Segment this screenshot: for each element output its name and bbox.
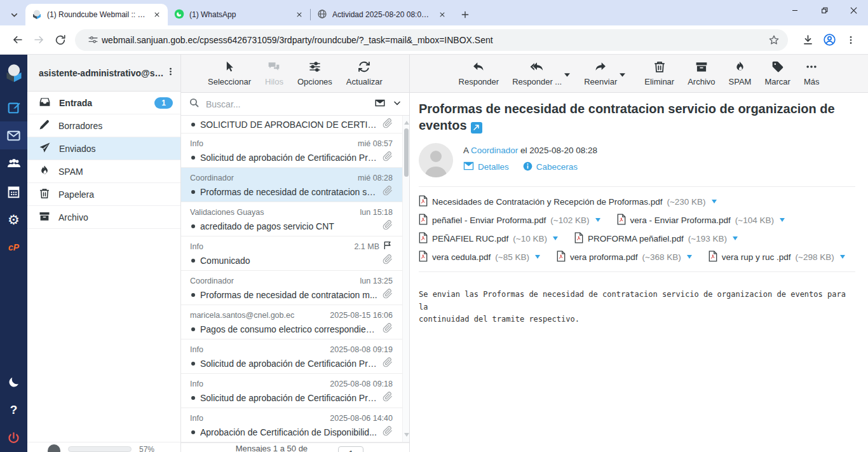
- quota-progress-bar: [68, 446, 132, 452]
- close-window-button[interactable]: [839, 0, 868, 20]
- attachment-menu-caret[interactable]: [595, 218, 600, 222]
- recipient-link[interactable]: Coordinador: [471, 146, 518, 155]
- threads-button[interactable]: Hilos: [261, 60, 287, 86]
- attachment-menu-caret[interactable]: [535, 255, 540, 259]
- help-icon[interactable]: ?: [0, 396, 27, 424]
- message-row[interactable]: maricela.santos@cnel.gob.ec2025-08-15 16…: [181, 305, 409, 339]
- bookmark-star-icon[interactable]: [765, 31, 783, 49]
- attachment-menu-caret[interactable]: [840, 255, 845, 259]
- cpanel-icon[interactable]: cP: [0, 233, 27, 261]
- forward-dropdown-caret[interactable]: [620, 69, 625, 79]
- select-button[interactable]: Seleccionar: [204, 60, 255, 86]
- tab-close-icon[interactable]: [151, 9, 163, 20]
- reload-button[interactable]: [50, 29, 71, 51]
- search-input[interactable]: [206, 99, 367, 109]
- attachment-menu-caret[interactable]: [733, 236, 738, 240]
- message-row[interactable]: Coordinadorlun 13:25 Proformas de necesi…: [181, 271, 409, 305]
- compose-icon[interactable]: [0, 93, 27, 121]
- new-tab-button[interactable]: [457, 6, 473, 23]
- attachment-chip[interactable]: vera proforma.pdf (~368 KB): [557, 250, 692, 264]
- pdf-file-icon: [419, 232, 428, 245]
- globe-favicon: [317, 9, 327, 21]
- dark-mode-moon-icon[interactable]: [0, 368, 27, 396]
- mark-button[interactable]: Marcar: [762, 60, 792, 86]
- reply-all-button[interactable]: Responder ...: [510, 60, 564, 86]
- folder-item-entrada[interactable]: Entrada 1: [27, 92, 180, 114]
- url-text[interactable]: webmail.sanjuan.gob.ec/cpsess6426731059/…: [102, 35, 765, 45]
- downloads-icon[interactable]: [797, 29, 818, 51]
- attachment-menu-caret[interactable]: [712, 200, 717, 203]
- browser-menu-kebab-icon[interactable]: [840, 29, 862, 51]
- forward-button[interactable]: Reenviar: [581, 60, 620, 86]
- list-scrollbar[interactable]: [402, 116, 409, 442]
- tab-whatsapp[interactable]: (1) WhatsApp: [168, 4, 310, 25]
- prev-page-icon[interactable]: ‹: [204, 449, 220, 452]
- headers-link[interactable]: Cabeceras: [523, 161, 578, 173]
- refresh-button[interactable]: Actualizar: [342, 60, 386, 86]
- attachment-chip[interactable]: PEÑAFIEL RUC.pdf (~10 KB): [419, 232, 558, 245]
- scroll-up-arrow[interactable]: [404, 121, 409, 125]
- attachment-chip[interactable]: Necesidades de Contratación y Recepción …: [419, 195, 717, 209]
- archive-button[interactable]: Archivo: [685, 60, 717, 86]
- attachment-menu-caret[interactable]: [780, 218, 785, 222]
- last-page-icon[interactable]: »: [393, 449, 409, 452]
- attachment-chip[interactable]: vera - Enviar Proforma.pdf (~104 KB): [617, 214, 785, 227]
- forward-button[interactable]: [28, 29, 50, 51]
- back-button[interactable]: [6, 29, 28, 51]
- attachment-menu-caret[interactable]: [553, 236, 558, 240]
- tab-close-icon[interactable]: [437, 9, 448, 20]
- message-row[interactable]: Info2025-08-06 14:40 Aprobación de Certi…: [181, 408, 409, 442]
- scroll-down-arrow[interactable]: [404, 433, 409, 437]
- message-row-selected[interactable]: Coordinadormié 08:28 Proformas de necesi…: [181, 168, 409, 202]
- tab-roundcube[interactable]: (1) Roundcube Webmail :: Envia: [25, 4, 168, 25]
- folder-item-spam[interactable]: SPAM: [27, 160, 180, 183]
- tab-close-icon[interactable]: [294, 9, 305, 20]
- delete-button[interactable]: Eliminar: [642, 60, 677, 86]
- more-button[interactable]: Más: [801, 60, 822, 86]
- attachment-chip[interactable]: vera rup y ruc .pdf (~298 KB): [709, 250, 845, 264]
- message-body: Se envian las Proformas de necesidad de …: [419, 289, 855, 326]
- folder-item-papelera[interactable]: Papelera: [27, 183, 180, 206]
- tab-search-chevron-icon[interactable]: [5, 4, 23, 25]
- message-row[interactable]: Info 2.1 MB Comunicado: [181, 236, 409, 271]
- reply-button[interactable]: Responder: [456, 60, 502, 86]
- calendar-icon[interactable]: [0, 177, 27, 205]
- reply-all-dropdown-caret[interactable]: [564, 69, 570, 79]
- page-number-input[interactable]: [338, 446, 363, 452]
- message-row[interactable]: Info2025-08-08 09:19 Solicitud de aproba…: [181, 339, 409, 374]
- details-link[interactable]: Detalles: [463, 161, 509, 173]
- tab-actividad[interactable]: Actividad 2025-08-20 08:00:00: [311, 4, 453, 25]
- minimize-button[interactable]: [780, 0, 810, 20]
- site-settings-icon[interactable]: [84, 31, 102, 49]
- open-external-icon[interactable]: [471, 122, 482, 134]
- next-page-icon[interactable]: ›: [370, 449, 386, 452]
- profile-avatar[interactable]: [818, 29, 840, 51]
- search-scope-mail-icon[interactable]: [374, 97, 386, 111]
- attachment-chip[interactable]: PROFORMA peñafiel.pdf (~193 KB): [574, 232, 738, 245]
- omnibox[interactable]: webmail.sanjuan.gob.ec/cpsess6426731059/…: [75, 29, 788, 51]
- message-row[interactable]: Validaciones Guayaslun 15:18 acreditado …: [181, 202, 409, 236]
- folder-item-archivo[interactable]: Archivo: [27, 206, 180, 229]
- options-button[interactable]: Opciones: [294, 60, 336, 86]
- scrollbar-thumb[interactable]: [404, 128, 409, 177]
- settings-gear-icon[interactable]: ⚙: [0, 205, 27, 233]
- logout-power-icon[interactable]: [0, 424, 27, 452]
- message-row[interactable]: Info2025-08-08 09:18 Solicitud de aproba…: [181, 374, 409, 408]
- first-page-icon[interactable]: «: [181, 449, 198, 452]
- mail-icon[interactable]: [0, 121, 27, 149]
- message-row[interactable]: SOLICITUD DE APROBACION DE CERTIFICA...: [181, 116, 409, 134]
- spam-button[interactable]: SPAM: [726, 60, 754, 86]
- folder-item-enviados[interactable]: Enviados: [27, 137, 180, 160]
- search-options-chevron-icon[interactable]: [393, 99, 402, 110]
- attachment-menu-caret[interactable]: [687, 255, 692, 259]
- folder-item-borradores[interactable]: Borradores: [27, 114, 180, 137]
- account-menu-kebab-icon[interactable]: [166, 67, 175, 79]
- restore-button[interactable]: [810, 0, 839, 20]
- attachment-chip[interactable]: vera cedula.pdf (~85 KB): [419, 250, 540, 264]
- pdf-file-icon: [419, 214, 428, 227]
- contacts-icon[interactable]: [0, 149, 27, 177]
- cursor-icon: [223, 60, 236, 75]
- message-row[interactable]: Infomié 08:57 Solicitud de aprobación de…: [181, 134, 409, 168]
- search-row: [181, 93, 409, 116]
- attachment-chip[interactable]: peñafiel - Enviar Proforma.pdf (~102 KB): [419, 214, 600, 227]
